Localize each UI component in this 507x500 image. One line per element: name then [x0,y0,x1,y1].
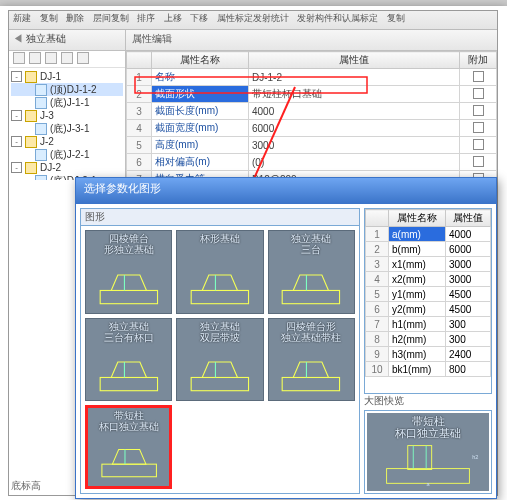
svg-rect-14 [191,378,248,391]
shape-thumb[interactable]: 四棱锥台形独立基础带柱 [268,318,355,402]
parametric-shape-dialog: 选择参数化图形 图形 四棱锥台形独立基础杯形基础独立基础三台独立基础三台有杯口独… [75,177,497,499]
svg-marker-18 [294,362,329,377]
tree-node[interactable]: -DJ-2 [11,161,123,174]
tb-m3[interactable]: 复制 [387,13,405,23]
checkbox[interactable] [473,71,484,82]
col-ext: 附加 [460,52,497,69]
table-row[interactable]: 6y2(mm)4500 [366,302,491,317]
item-icon [35,84,47,96]
table-row[interactable]: 8h2(mm)300 [366,332,491,347]
svg-rect-8 [283,290,340,303]
svg-rect-2 [100,290,157,303]
tb-layer[interactable]: 层间复制 [93,13,129,23]
table-row[interactable]: 5高度(mm)3000 [127,137,497,154]
table-row[interactable]: 9h3(mm)2400 [366,347,491,362]
preview-label: 大图快览 [364,395,404,406]
svg-marker-9 [294,275,329,290]
tb-copy[interactable]: 复制 [40,13,58,23]
tool-icon[interactable] [29,52,41,64]
folder-icon [25,136,37,148]
table-row[interactable]: 6相对偏高(m)(0) [127,154,497,171]
tb-m1[interactable]: 属性标定发射统计 [217,13,289,23]
status-text: 底标高 [11,479,41,493]
table-row[interactable]: 1名称DJ-1-2 [127,69,497,86]
tree-node[interactable]: -J-2 [11,135,123,148]
tb-down[interactable]: 下移 [190,13,208,23]
svg-marker-21 [112,450,146,465]
tool-icon[interactable] [13,52,25,64]
tree-node[interactable]: (底)J-1-1 [11,96,123,109]
svg-marker-6 [202,275,237,290]
table-row[interactable]: 2截面形状带短柱杯口基础 [127,86,497,103]
table-row[interactable]: 4截面宽度(mm)6000 [127,120,497,137]
shape-thumb[interactable]: 杯形基础 [176,230,263,314]
component-tree[interactable]: -DJ-1(顶)DJ-1-2(底)J-1-1-J-3(底)J-3-1-J-2(底… [9,68,125,180]
col-value: 属性值 [249,52,460,69]
svg-rect-30 [408,446,432,470]
folder-icon [25,110,37,122]
checkbox[interactable] [473,122,484,133]
checkbox[interactable] [473,105,484,116]
shape-thumb[interactable]: 独立基础三台 [268,230,355,314]
tree-node[interactable]: (底)J-2-1 [11,148,123,161]
shape-thumb[interactable]: 独立基础双层带坡 [176,318,263,402]
tree-tab[interactable]: ◀ 独立基础 [9,30,125,51]
tool-icon[interactable] [77,52,89,64]
folder-icon [25,71,37,83]
tree-mini-toolbar[interactable] [9,51,125,68]
tool-icon[interactable] [45,52,57,64]
svg-marker-3 [111,275,146,290]
shape-thumb[interactable]: 四棱锥台形独立基础 [85,230,172,314]
tb-m2[interactable]: 发射构件和认属标定 [297,13,378,23]
tb-sort[interactable]: 排序 [137,13,155,23]
dialog-title: 选择参数化图形 [76,178,496,204]
preview-panel: 带短柱 杯口独立基础 a h2 [364,410,492,494]
item-icon [35,97,47,109]
property-panel-title: 属性编辑 [126,30,497,51]
param-col-name: 属性名称 [389,210,446,227]
table-row[interactable]: 4x2(mm)3000 [366,272,491,287]
top-toolbar[interactable]: 新建 复制 删除 层间复制 排序 上移 下移 属性标定发射统计 发射构件和认属标… [9,11,497,30]
svg-rect-11 [100,378,157,391]
item-icon [35,175,47,181]
col-name: 属性名称 [152,52,249,69]
table-row[interactable]: 10bk1(mm)800 [366,362,491,377]
svg-rect-5 [191,290,248,303]
param-col-value: 属性值 [446,210,491,227]
table-row[interactable]: 7h1(mm)300 [366,317,491,332]
svg-text:a: a [426,481,430,487]
svg-marker-15 [202,362,237,377]
svg-rect-17 [283,378,340,391]
shape-thumb[interactable]: 独立基础三台有杯口 [85,318,172,402]
svg-marker-12 [111,362,146,377]
checkbox[interactable] [473,88,484,99]
item-icon [35,149,47,161]
tree-node[interactable]: (底)J-3-1 [11,122,123,135]
table-row[interactable]: 5y1(mm)4500 [366,287,491,302]
param-table[interactable]: 属性名称 属性值 1a(mm)40002b(mm)60003x1(mm)3000… [365,209,491,377]
table-row[interactable]: 3x1(mm)3000 [366,257,491,272]
tree-node[interactable]: -DJ-1 [11,70,123,83]
table-row[interactable]: 3截面长度(mm)4000 [127,103,497,120]
table-row[interactable]: 2b(mm)6000 [366,242,491,257]
folder-icon [25,162,37,174]
shape-thumb[interactable]: 带短柱杯口独立基础 [85,405,172,489]
svg-rect-20 [101,465,156,478]
tree-node[interactable]: (顶)DJ-1-2 [11,83,123,96]
property-table[interactable]: 属性名称 属性值 附加 1名称DJ-1-22截面形状带短柱杯口基础3截面长度(m… [126,51,497,180]
tree-node[interactable]: -J-3 [11,109,123,122]
table-row[interactable]: 1a(mm)4000 [366,227,491,242]
tb-new[interactable]: 新建 [13,13,31,23]
checkbox[interactable] [473,139,484,150]
svg-text:h2: h2 [472,454,478,460]
gallery-label: 图形 [81,209,359,226]
checkbox[interactable] [473,156,484,167]
shape-gallery[interactable]: 四棱锥台形独立基础杯形基础独立基础三台独立基础三台有杯口独立基础双层带坡四棱锥台… [81,226,359,493]
tb-del[interactable]: 删除 [66,13,84,23]
item-icon [35,123,47,135]
tool-icon[interactable] [61,52,73,64]
tb-up[interactable]: 上移 [164,13,182,23]
